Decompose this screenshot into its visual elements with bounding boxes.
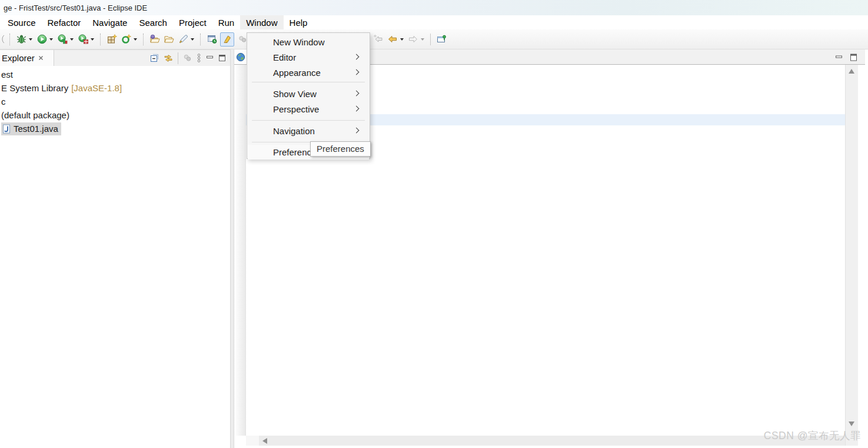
- new-type-icon[interactable]: [119, 32, 132, 47]
- focus-disabled-icon: [182, 53, 192, 63]
- menubar-item-run[interactable]: Run: [212, 15, 241, 29]
- coverage-dropdown-icon[interactable]: [70, 38, 74, 41]
- preferences-tooltip: Preferences: [310, 141, 371, 157]
- java-search-dropdown-icon[interactable]: [191, 38, 194, 41]
- menubar: Source Refactor Navigate Search Project …: [0, 15, 868, 29]
- minimize-icon[interactable]: [834, 53, 843, 62]
- main-toolbar: [0, 29, 868, 49]
- run-dropdown-icon[interactable]: [49, 38, 53, 41]
- submenu-arrow-icon: [354, 106, 360, 112]
- highlighter-icon: [222, 35, 232, 44]
- globe-icon: [236, 52, 245, 62]
- menu-item-show-view[interactable]: Show View: [248, 86, 369, 101]
- back-dropdown-icon[interactable]: [400, 38, 404, 41]
- submenu-arrow-icon: [354, 91, 360, 97]
- tab-close-icon[interactable]: [38, 55, 44, 61]
- tree-item-project[interactable]: est: [0, 68, 230, 81]
- scroll-down-icon[interactable]: [849, 422, 854, 426]
- new-type-dropdown-icon[interactable]: [134, 38, 137, 41]
- toolbar-right-group: [371, 29, 448, 49]
- horizontal-scrollbar[interactable]: [259, 436, 845, 446]
- toolbar-left-group: [0, 29, 250, 49]
- view-toolbar-separator: [178, 52, 178, 64]
- scrollbar-corner: [246, 436, 259, 446]
- scroll-up-icon[interactable]: [849, 69, 854, 74]
- menu-separator: [252, 120, 365, 121]
- run-configurations-dropdown-icon[interactable]: [91, 38, 94, 41]
- toolbar-separator: [100, 34, 101, 45]
- maximize-icon[interactable]: [849, 53, 858, 62]
- minimize-icon[interactable]: [205, 54, 214, 62]
- tree-item-jre-system-library[interactable]: E System Library [JavaSE-1.8]: [0, 81, 230, 95]
- pin-editor-icon[interactable]: [435, 32, 448, 47]
- window-titlebar: ge - FristTest/src/Test01.java - Eclipse…: [0, 0, 868, 15]
- tree-item-default-package[interactable]: (default package): [0, 108, 230, 122]
- submenu-arrow-icon: [354, 69, 360, 75]
- csdn-watermark: CSDN @宣布无人罪: [764, 429, 861, 443]
- menu-separator: [252, 82, 365, 82]
- panel-sash[interactable]: [230, 49, 234, 448]
- vertical-scrollbar[interactable]: [845, 65, 858, 446]
- menubar-item-search[interactable]: Search: [133, 15, 173, 29]
- open-import-folder-icon[interactable]: [148, 32, 161, 47]
- collapse-all-icon[interactable]: [149, 53, 159, 63]
- toolbar-separator: [200, 34, 201, 45]
- scroll-left-icon[interactable]: [262, 438, 267, 444]
- explorer-tab-bar: Explorer: [0, 50, 230, 66]
- menu-item-navigation[interactable]: Navigation: [248, 123, 369, 138]
- explorer-tab-label: Explorer: [2, 53, 35, 63]
- forward-disabled-icon: [407, 32, 420, 47]
- menu-item-appearance[interactable]: Appearance: [248, 65, 369, 80]
- run-configurations-icon[interactable]: [77, 32, 89, 47]
- mark-occurrences-toggle[interactable]: [220, 32, 234, 47]
- toolbar-separator: [430, 34, 431, 45]
- explorer-tab[interactable]: Explorer: [0, 50, 54, 66]
- menu-item-new-window[interactable]: New Window: [248, 34, 369, 49]
- maximize-icon[interactable]: [218, 54, 227, 62]
- explorer-tree: est E System Library [JavaSE-1.8] c (def…: [0, 66, 230, 448]
- selected-tree-item[interactable]: Test01.java: [1, 122, 61, 135]
- back-icon[interactable]: [386, 32, 399, 47]
- menubar-item-window[interactable]: Window: [240, 15, 283, 29]
- menu-item-editor[interactable]: Editor: [248, 49, 369, 65]
- run-icon[interactable]: [35, 32, 48, 47]
- explorer-view-toolbar: [149, 51, 227, 65]
- tree-item-test01-java[interactable]: Test01.java: [0, 122, 230, 135]
- window-title: ge - FristTest/src/Test01.java - Eclipse…: [0, 4, 147, 12]
- forward-dropdown-disabled-icon: [421, 38, 424, 41]
- menubar-item-source[interactable]: Source: [2, 15, 42, 29]
- java-search-pen-icon[interactable]: [177, 32, 189, 47]
- new-java-project-icon[interactable]: [105, 32, 118, 47]
- toolbar-separator: [9, 34, 11, 45]
- submenu-arrow-icon: [354, 128, 360, 134]
- menubar-item-project[interactable]: Project: [173, 15, 212, 29]
- window-menu: New Window Editor Appearance Show View P…: [247, 32, 370, 159]
- link-with-editor-icon[interactable]: [163, 53, 174, 63]
- editor-tab[interactable]: [234, 49, 247, 64]
- menubar-item-help[interactable]: Help: [284, 15, 314, 29]
- open-folder-icon[interactable]: [162, 32, 175, 47]
- menubar-item-refactor[interactable]: Refactor: [42, 15, 87, 29]
- jre-version-decoration: [JavaSE-1.8]: [71, 83, 122, 93]
- tree-item-src[interactable]: c: [0, 95, 230, 108]
- open-perspective-icon[interactable]: [205, 32, 218, 47]
- toolbar-separator: [143, 34, 144, 45]
- menu-item-perspective[interactable]: Perspective: [248, 101, 369, 117]
- package-explorer-panel: Explorer: [0, 49, 230, 448]
- annotation-ruler: [234, 65, 246, 436]
- debug-icon[interactable]: [15, 32, 28, 47]
- view-menu-icon[interactable]: [196, 53, 202, 63]
- menubar-item-navigate[interactable]: Navigate: [87, 15, 133, 29]
- submenu-arrow-icon: [354, 54, 360, 60]
- java-file-icon: [2, 124, 11, 134]
- debug-dropdown-icon[interactable]: [29, 38, 32, 41]
- coverage-icon[interactable]: [56, 32, 69, 47]
- last-edit-location-disabled-icon: [372, 32, 385, 47]
- clipped-icon: [1, 32, 5, 47]
- editor-window-controls: [834, 49, 858, 65]
